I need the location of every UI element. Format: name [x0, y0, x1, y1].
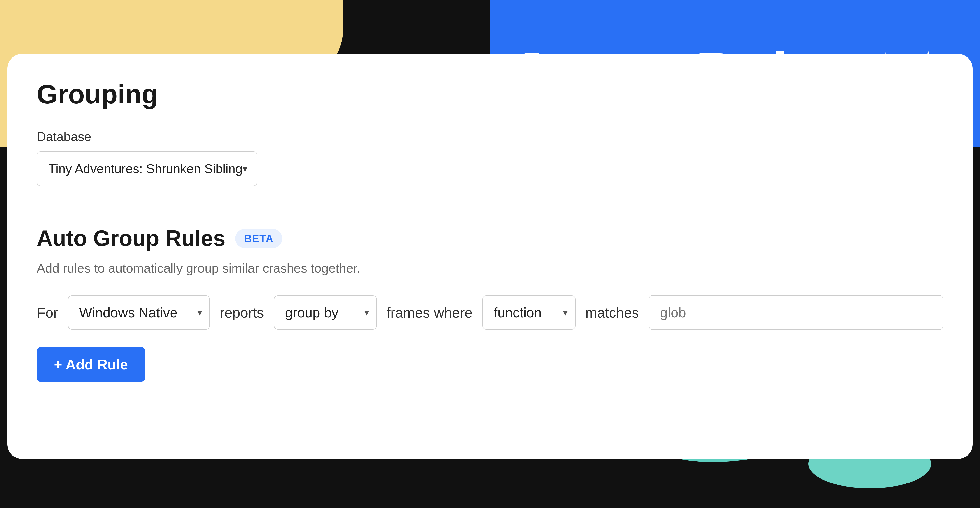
- frames-where-label: frames where: [387, 304, 473, 321]
- function-select[interactable]: function: [482, 296, 576, 329]
- platform-select-wrapper: Windows Native ▾: [68, 296, 210, 329]
- section-title: Auto Group Rules: [37, 226, 225, 251]
- rule-row: For Windows Native ▾ reports group by ▾ …: [37, 295, 943, 330]
- section-title-row: Auto Group Rules BETA: [37, 226, 943, 251]
- add-rule-button[interactable]: + Add Rule: [37, 347, 145, 382]
- groupby-select[interactable]: group by: [274, 296, 377, 329]
- reports-label: reports: [220, 304, 264, 321]
- function-select-wrapper: function ▾: [482, 296, 576, 329]
- database-select[interactable]: Tiny Adventures: Shrunken Siblings: [37, 151, 257, 186]
- section-description: Add rules to automatically group similar…: [37, 261, 943, 276]
- platform-select[interactable]: Windows Native: [68, 296, 210, 329]
- database-field: Database Tiny Adventures: Shrunken Sibli…: [37, 129, 943, 186]
- main-card: Grouping Database Tiny Adventures: Shrun…: [7, 54, 973, 459]
- database-select-wrapper: Tiny Adventures: Shrunken Siblings ▾: [37, 151, 257, 186]
- groupby-select-wrapper: group by ▾: [274, 296, 377, 329]
- divider: [37, 206, 943, 206]
- database-label: Database: [37, 129, 943, 144]
- matches-label: matches: [585, 304, 639, 321]
- for-label: For: [37, 304, 58, 321]
- glob-input[interactable]: [649, 295, 943, 330]
- page-title: Grouping: [37, 78, 943, 110]
- beta-badge: BETA: [235, 229, 283, 248]
